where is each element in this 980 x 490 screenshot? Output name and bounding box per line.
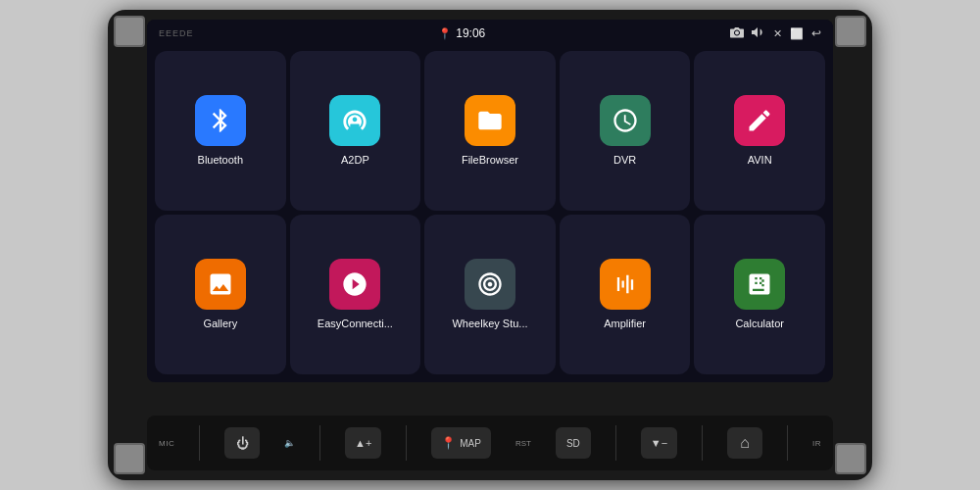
divider-4 — [615, 425, 616, 461]
speaker-icon: 🔈 — [284, 438, 295, 448]
easyconnect-icon-bg — [329, 259, 380, 310]
mount-tab-br — [835, 443, 866, 474]
status-bar: EEEDE 📍 19:06 ✕ ⬜ ↩ — [147, 20, 833, 47]
app-wheelkey[interactable]: Wheelkey Stu... — [424, 215, 556, 374]
a2dp-icon-bg — [329, 95, 380, 146]
divider-2 — [319, 425, 320, 461]
a2dp-label: A2DP — [341, 154, 369, 167]
map-label: MAP — [460, 438, 481, 449]
amplifier-icon-bg — [600, 259, 651, 310]
avin-label: AVIN — [748, 154, 772, 167]
mount-tab-tr — [835, 16, 866, 47]
mic-label: MIC — [159, 439, 174, 448]
vol-down-button[interactable]: ▲+ — [345, 427, 381, 459]
easyconnect-label: EasyConnecti... — [318, 318, 393, 330]
amplifier-label: Amplifier — [604, 318, 646, 330]
main-screen: EEEDE 📍 19:06 ✕ ⬜ ↩ — [147, 20, 833, 382]
power-button[interactable]: ⏻ — [224, 427, 260, 459]
filebrowser-label: FileBrowser — [462, 154, 518, 167]
wheelkey-label: Wheelkey Stu... — [452, 318, 527, 330]
ir-label: IR — [812, 439, 821, 448]
app-avin[interactable]: AVIN — [694, 51, 825, 211]
dvr-icon-bg — [600, 95, 651, 146]
gallery-icon-bg — [195, 259, 246, 310]
divider-6 — [787, 425, 788, 461]
location-icon: 📍 — [438, 27, 452, 40]
avin-icon-bg — [734, 95, 785, 146]
divider-5 — [702, 425, 703, 461]
app-easyconnect[interactable]: EasyConnecti... — [290, 215, 421, 374]
map-pin-icon: 📍 — [441, 436, 456, 450]
app-filebrowser[interactable]: FileBrowser — [424, 51, 556, 211]
app-calculator[interactable]: Calculator — [694, 215, 825, 374]
app-dvr[interactable]: DVR — [560, 51, 691, 211]
filebrowser-icon-bg — [465, 95, 515, 146]
window-icon[interactable]: ⬜ — [790, 27, 804, 40]
mount-tab-tl — [114, 16, 145, 47]
app-amplifier[interactable]: Amplifier — [560, 215, 691, 374]
divider-3 — [406, 425, 407, 461]
app-grid: Bluetooth A2DP FileBrowser — [147, 47, 833, 382]
volume-icon — [752, 26, 765, 40]
calculator-label: Calculator — [735, 318, 784, 330]
app-a2dp[interactable]: A2DP — [290, 51, 421, 211]
close-icon[interactable]: ✕ — [773, 27, 782, 40]
control-bar: MIC ⏻ 🔈 ▲+ 📍 MAP RST SD ▼− ⌂ IR — [147, 416, 833, 470]
wheelkey-icon-bg — [465, 259, 515, 310]
bluetooth-label: Bluetooth — [198, 154, 243, 167]
app-gallery[interactable]: Gallery — [155, 215, 286, 374]
vol-label-group: 🔈 — [284, 438, 295, 448]
vol-up-button[interactable]: ▼− — [641, 427, 677, 459]
status-right: ✕ ⬜ ↩ — [730, 26, 821, 40]
app-bluetooth[interactable]: Bluetooth — [155, 51, 286, 211]
map-button[interactable]: 📍 MAP — [431, 427, 491, 459]
home-button[interactable]: ⌂ — [727, 427, 762, 459]
divider-1 — [199, 425, 200, 461]
back-icon[interactable]: ↩ — [811, 26, 821, 40]
sd-button[interactable]: SD — [556, 427, 591, 459]
camera-icon — [730, 26, 744, 40]
mount-tab-bl — [114, 443, 145, 474]
rst-label: RST — [515, 439, 531, 448]
status-time: 19:06 — [456, 26, 485, 40]
power-vol-group: ⏻ — [224, 427, 260, 459]
dvr-label: DVR — [613, 154, 636, 167]
device-body: EEEDE 📍 19:06 ✕ ⬜ ↩ — [108, 10, 872, 480]
calculator-icon-bg — [734, 259, 785, 310]
status-center: 📍 19:06 — [438, 26, 485, 40]
bluetooth-icon-bg — [195, 95, 246, 146]
status-left: EEEDE — [159, 28, 194, 38]
gallery-label: Gallery — [203, 318, 237, 330]
brand-logo: EEEDE — [159, 28, 194, 38]
